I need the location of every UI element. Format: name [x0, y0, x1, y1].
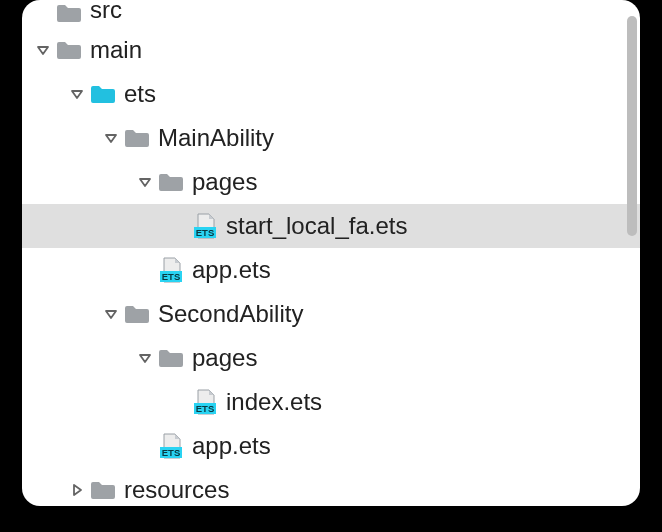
- tree-row-label: main: [88, 36, 142, 64]
- tree-row-resources[interactable]: resources: [22, 468, 640, 506]
- chevron-down-icon[interactable]: [136, 351, 154, 365]
- tree-row-sa-app[interactable]: ETSapp.ets: [22, 424, 640, 468]
- tree-row-label: resources: [122, 476, 229, 504]
- tree-row-mainability[interactable]: MainAbility: [22, 116, 640, 160]
- file-tree-panel: srcmainetsMainAbilitypagesETSstart_local…: [22, 0, 640, 506]
- chevron-down-icon[interactable]: [136, 175, 154, 189]
- svg-text:ETS: ETS: [196, 403, 214, 414]
- tree-row-label: app.ets: [190, 256, 271, 284]
- vertical-scrollbar-thumb[interactable]: [627, 16, 637, 236]
- folder-icon: [124, 127, 150, 149]
- chevron-right-icon[interactable]: [68, 483, 86, 497]
- tree-row-ets[interactable]: ets: [22, 72, 640, 116]
- tree-row-label: index.ets: [224, 388, 322, 416]
- svg-text:ETS: ETS: [162, 271, 180, 282]
- tree-row-main[interactable]: main: [22, 28, 640, 72]
- folder-icon: [124, 303, 150, 325]
- tree-row-label: ets: [122, 80, 156, 108]
- tree-row-label: MainAbility: [156, 124, 274, 152]
- tree-row-label: SecondAbility: [156, 300, 303, 328]
- chevron-down-icon[interactable]: [34, 43, 52, 57]
- svg-text:ETS: ETS: [196, 227, 214, 238]
- folder-icon: [158, 171, 184, 193]
- tree-row-src[interactable]: src: [22, 0, 640, 28]
- tree-row-label: app.ets: [190, 432, 271, 460]
- tree-row-secondability[interactable]: SecondAbility: [22, 292, 640, 336]
- tree-row-label: src: [88, 0, 122, 24]
- ets-file-icon: ETS: [158, 257, 184, 283]
- tree-row-slf[interactable]: ETSstart_local_fa.ets: [22, 204, 640, 248]
- folder-icon: [90, 83, 116, 105]
- file-tree[interactable]: srcmainetsMainAbilitypagesETSstart_local…: [22, 0, 640, 506]
- chevron-down-icon[interactable]: [68, 87, 86, 101]
- tree-row-label: pages: [190, 168, 257, 196]
- folder-icon: [56, 2, 82, 24]
- folder-icon: [56, 39, 82, 61]
- svg-text:ETS: ETS: [162, 447, 180, 458]
- tree-row-label: start_local_fa.ets: [224, 212, 407, 240]
- tree-row-label: pages: [190, 344, 257, 372]
- tree-row-ma-app[interactable]: ETSapp.ets: [22, 248, 640, 292]
- chevron-down-icon[interactable]: [102, 131, 120, 145]
- folder-icon: [90, 479, 116, 501]
- ets-file-icon: ETS: [192, 389, 218, 415]
- tree-row-sa-pages[interactable]: pages: [22, 336, 640, 380]
- folder-icon: [158, 347, 184, 369]
- ets-file-icon: ETS: [158, 433, 184, 459]
- tree-row-ma-pages[interactable]: pages: [22, 160, 640, 204]
- chevron-down-icon[interactable]: [102, 307, 120, 321]
- ets-file-icon: ETS: [192, 213, 218, 239]
- tree-row-sa-index[interactable]: ETSindex.ets: [22, 380, 640, 424]
